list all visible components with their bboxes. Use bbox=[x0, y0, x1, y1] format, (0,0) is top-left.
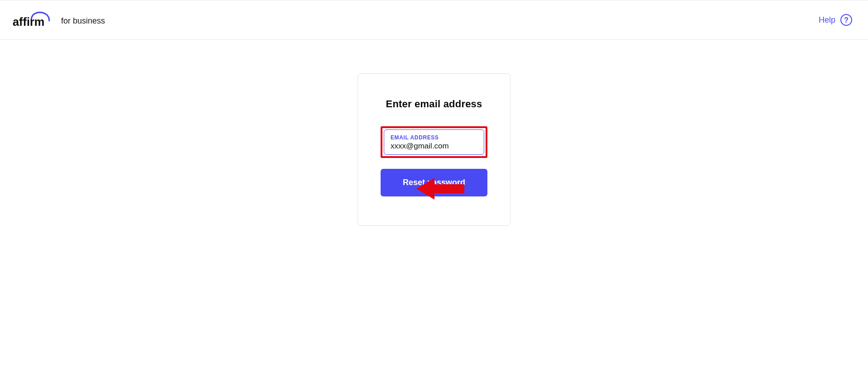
email-field-highlight: EMAIL ADDRESS bbox=[381, 126, 487, 158]
help-label: Help bbox=[819, 15, 835, 25]
email-field-wrapper[interactable]: EMAIL ADDRESS bbox=[384, 129, 484, 155]
reset-password-card: Enter email address EMAIL ADDRESS Reset … bbox=[358, 73, 510, 226]
logo-subtitle: for business bbox=[61, 16, 105, 26]
card-title: Enter email address bbox=[381, 98, 487, 110]
top-bar: affirm for business Help ? bbox=[0, 0, 868, 40]
email-field-label: EMAIL ADDRESS bbox=[391, 134, 477, 141]
help-link[interactable]: Help ? bbox=[819, 14, 853, 26]
svg-text:affirm: affirm bbox=[13, 15, 44, 28]
svg-text:?: ? bbox=[844, 16, 849, 24]
email-input[interactable] bbox=[391, 142, 477, 151]
logo[interactable]: affirm for business bbox=[13, 11, 105, 29]
reset-password-button[interactable]: Reset password bbox=[381, 169, 487, 196]
affirm-logo-icon: affirm bbox=[13, 11, 56, 29]
help-icon: ? bbox=[840, 14, 853, 26]
main-content: Enter email address EMAIL ADDRESS Reset … bbox=[0, 40, 868, 226]
